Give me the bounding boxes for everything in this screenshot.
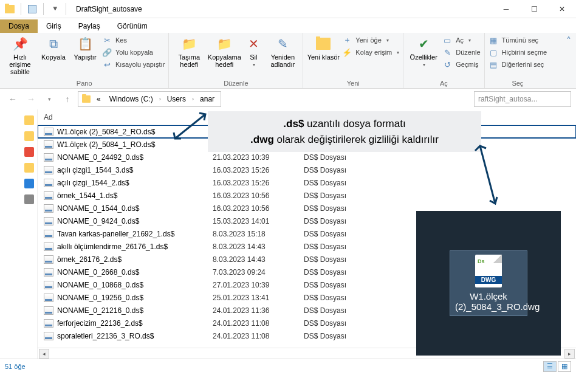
- file-name-text: NONAME_0_19256_0.ds$: [57, 294, 143, 302]
- paste-button[interactable]: 📋 Yapıştır: [70, 35, 100, 61]
- file-date: 16.03.2023 10:56: [213, 204, 304, 213]
- dwg-file-icon[interactable]: Ds DWG W1.ölçek (2)_5084_3_RO.dwg: [450, 251, 527, 315]
- ribbon-collapse-icon[interactable]: ˄: [561, 33, 576, 88]
- forward-button[interactable]: →: [23, 91, 39, 107]
- file-date: 8.03.2023 14:43: [213, 255, 304, 264]
- file-icon: [44, 255, 53, 264]
- file-date: 24.01.2023 11:08: [213, 332, 304, 340]
- copy-path-button[interactable]: 🔗Yolu kopyala: [102, 47, 165, 57]
- recent-locations-button[interactable]: ▾: [41, 91, 57, 107]
- file-type: DS$ Dosyası: [304, 153, 395, 162]
- pin-quick-access-button[interactable]: 📌 Hızlı erişime sabitle: [4, 35, 36, 75]
- file-row[interactable]: NONAME_0_24492_0.ds$21.03.2023 10:39DS$ …: [38, 151, 576, 163]
- properties-qat-icon[interactable]: [25, 2, 39, 16]
- group-duzenle: 📁 Taşıma hedefi 📁 Kopyalama hedefi ✕ Sil…: [169, 33, 303, 88]
- nav-item-1[interactable]: [24, 115, 34, 125]
- annotation-box: .ds$ uzantılı dosya formatı .dwg olarak …: [208, 111, 481, 152]
- up-button[interactable]: ↑: [60, 91, 75, 107]
- file-icon: [44, 140, 53, 149]
- select-all-button[interactable]: ▦Tümünü seç: [489, 35, 547, 45]
- scroll-right-icon[interactable]: ▸: [564, 349, 575, 359]
- cut-button[interactable]: ✂Kes: [102, 35, 165, 45]
- maximize-button[interactable]: ☐: [520, 0, 548, 18]
- file-date: 7.03.2023 09:24: [213, 268, 304, 277]
- file-row[interactable]: açılı çizgi1_1544_3.ds$16.03.2023 15:26D…: [38, 163, 576, 176]
- col-name[interactable]: Ad: [38, 113, 213, 122]
- nav-item-2[interactable]: [24, 131, 34, 141]
- search-input[interactable]: raftSight_autosa...: [474, 91, 571, 107]
- shortcut-icon: ↩: [102, 60, 112, 69]
- file-row[interactable]: açılı çizgi_1544_2.ds$16.03.2023 15:26DS…: [38, 176, 576, 189]
- copy-button[interactable]: ⧉ Kopyala: [39, 35, 68, 61]
- tab-file[interactable]: Dosya: [0, 19, 38, 33]
- rename-icon: ✎: [274, 35, 291, 52]
- new-folder-button[interactable]: Yeni klasör: [307, 35, 340, 61]
- file-icon: [44, 319, 53, 328]
- nav-pane[interactable]: [0, 109, 38, 359]
- move-icon: 📁: [180, 35, 197, 52]
- icons-view-button[interactable]: ▦: [558, 361, 571, 372]
- dwg-filename: W1.ölçek (2)_5084_3_RO.dwg: [455, 291, 522, 312]
- properties-button[interactable]: ✔ Özellikler ▾: [407, 35, 440, 67]
- file-type: DS$ Dosyası: [304, 268, 395, 277]
- desktop-preview: Ds DWG W1.ölçek (2)_5084_3_RO.dwg: [416, 211, 561, 356]
- tab-home[interactable]: Giriş: [38, 19, 70, 33]
- file-date: 21.03.2023 10:39: [213, 153, 304, 162]
- move-to-button[interactable]: 📁 Taşıma hedefi: [173, 35, 205, 68]
- scroll-left-icon[interactable]: ◂: [39, 349, 49, 359]
- folder-icon: [2, 2, 17, 16]
- group-duzenle-label: Düzenle: [173, 78, 299, 87]
- tab-view[interactable]: Görünüm: [109, 19, 156, 33]
- scissors-icon: ✂: [102, 35, 112, 45]
- breadcrumb[interactable]: « Windows (C:) › Users › anar: [78, 91, 221, 107]
- file-name-text: açılı çizgi1_1544_3.ds$: [57, 166, 133, 174]
- crumb-users[interactable]: Users: [165, 95, 188, 103]
- close-button[interactable]: ✕: [548, 0, 576, 18]
- nav-item-5[interactable]: [24, 179, 34, 188]
- check-icon: ✔: [415, 35, 432, 52]
- file-name-text: akıllı ölçümlendirme_26176_1.ds$: [57, 242, 168, 251]
- file-name-text: NONAME_0_2668_0.ds$: [57, 268, 139, 277]
- file-row[interactable]: örnek_1544_1.ds$16.03.2023 10:56DS$ Dosy…: [38, 189, 576, 202]
- file-icon: [44, 294, 53, 302]
- rename-button[interactable]: ✎ Yeniden adlandır: [266, 35, 299, 68]
- search-text: raftSight_autosa...: [478, 95, 537, 103]
- address-row: ← → ▾ ↑ « Windows (C:) › Users › anar ra…: [0, 89, 576, 109]
- open-button[interactable]: ▭Aç▾: [442, 35, 480, 45]
- file-date: 8.03.2023 14:43: [213, 242, 304, 251]
- group-pano: 📌 Hızlı erişime sabitle ⧉ Kopyala 📋 Yapı…: [0, 33, 169, 88]
- select-none-button[interactable]: ▢Hiçbirini seçme: [489, 47, 547, 57]
- copy-to-button[interactable]: 📁 Kopyalama hedefi: [208, 35, 241, 68]
- details-view-button[interactable]: ☰: [543, 361, 557, 372]
- location-folder-icon: [82, 95, 91, 103]
- paste-shortcut-button[interactable]: ↩Kısayolu yapıştır: [102, 60, 165, 69]
- file-date: 16.03.2023 15:26: [213, 166, 304, 174]
- select-all-icon: ▦: [489, 35, 498, 45]
- group-yeni: Yeni klasör ＋Yeni öğe▾ ⚡Kolay erişim▾ Ye…: [303, 33, 403, 88]
- minimize-button[interactable]: ─: [492, 0, 520, 18]
- crumb-c[interactable]: Windows (C:): [107, 95, 156, 103]
- delete-button[interactable]: ✕ Sil ▾: [243, 35, 264, 67]
- nav-item-4[interactable]: [24, 163, 34, 173]
- crumb-anar[interactable]: anar: [197, 95, 217, 103]
- tab-share[interactable]: Paylaş: [70, 19, 109, 33]
- file-type: DS$ Dosyası: [304, 217, 395, 225]
- file-date: 16.03.2023 10:56: [213, 191, 304, 200]
- edit-button[interactable]: ✎Düzenle: [442, 47, 480, 57]
- new-item-button[interactable]: ＋Yeni öğe▾: [342, 35, 399, 45]
- history-button[interactable]: ↺Geçmiş: [442, 60, 480, 69]
- file-icon: [44, 217, 53, 225]
- easy-access-button[interactable]: ⚡Kolay erişim▾: [342, 47, 399, 57]
- file-icon: [44, 332, 53, 340]
- invert-selection-button[interactable]: ▤Diğerlerini seç: [489, 60, 547, 69]
- edit-icon: ✎: [442, 47, 452, 57]
- file-icon: [44, 242, 53, 251]
- file-name-text: örnek_1544_1.ds$: [57, 191, 117, 200]
- group-pano-label: Pano: [4, 78, 165, 87]
- group-sec-label: Seç: [489, 78, 547, 87]
- back-button[interactable]: ←: [5, 91, 21, 107]
- qat-overflow[interactable]: ⯆: [47, 2, 62, 16]
- group-yeni-label: Yeni: [307, 78, 399, 87]
- nav-item-3[interactable]: [24, 147, 34, 157]
- nav-item-6[interactable]: [24, 194, 34, 204]
